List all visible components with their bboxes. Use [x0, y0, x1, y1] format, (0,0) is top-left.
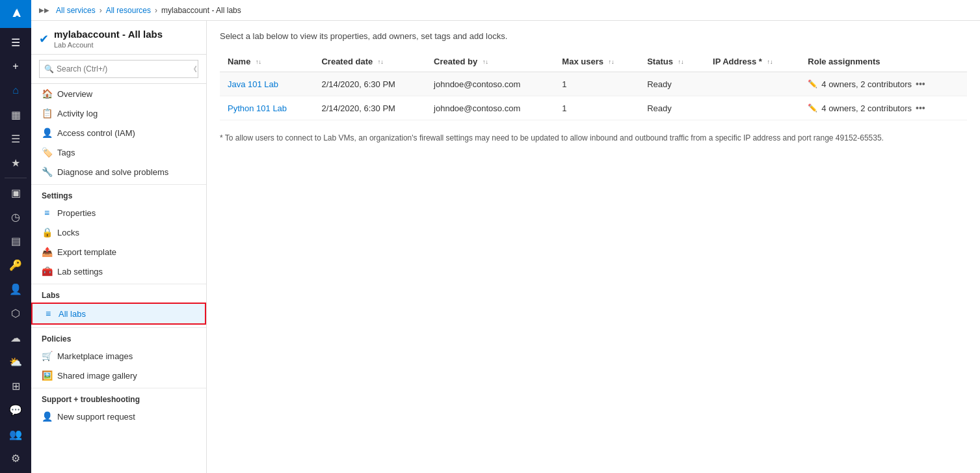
table-icon[interactable]: ⊞ [0, 374, 31, 398]
sidebar-item-export-template[interactable]: 📤 Export template [31, 242, 206, 262]
sidebar-item-access-control[interactable]: 👤 Access control (IAM) [31, 123, 206, 142]
add-icon[interactable]: + [0, 55, 31, 79]
sidebar-item-locks[interactable]: 🔒 Locks [31, 223, 206, 242]
lab-name-link[interactable]: Python 101 Lab [228, 103, 287, 113]
sidebar-toggle-icon[interactable]: ☰ [0, 31, 31, 55]
cell-status: Ready [639, 72, 705, 96]
sidebar-title: mylabaccount - All labs [54, 29, 163, 40]
sidebar-item-marketplace-images-label: Marketplace images [57, 351, 133, 361]
cloud-icon[interactable]: ☁ [0, 326, 31, 350]
col-status[interactable]: Status ↑↓ [639, 51, 705, 72]
sidebar-item-all-labs-label: All labs [59, 309, 86, 319]
breadcrumb-all-resources[interactable]: All resources [106, 6, 151, 15]
col-created-date[interactable]: Created date ↑↓ [313, 51, 426, 72]
table-row: Python 101 Lab 2/14/2020, 6:30 PM johndo… [220, 96, 967, 120]
policies-section-label: Policies [31, 327, 206, 346]
cell-max-users: 1 [554, 96, 639, 120]
puzzle-icon[interactable]: ⬡ [0, 301, 31, 325]
cell-role-assignments: ✏️ 4 owners, 2 contributors ••• [800, 72, 967, 96]
sidebar-item-locks-label: Locks [57, 228, 79, 237]
sidebar-item-shared-image-gallery-label: Shared image gallery [57, 371, 137, 381]
col-max-users[interactable]: Max users ↑↓ [554, 51, 639, 72]
table-row: Java 101 Lab 2/14/2020, 6:30 PM johndoe@… [220, 72, 967, 96]
overview-icon: 🏠 [42, 88, 52, 99]
user2-icon[interactable]: 👥 [0, 422, 31, 446]
azure-logo [0, 0, 31, 28]
access-control-icon: 👤 [42, 128, 52, 138]
dashboard-icon[interactable]: ▦ [0, 103, 31, 127]
search-icon: 🔍 [44, 64, 54, 74]
person-icon[interactable]: 👤 [0, 277, 31, 301]
role-assignments-value: 4 owners, 2 contributors [821, 79, 912, 89]
sidebar-item-marketplace-images[interactable]: 🛒 Marketplace images [31, 346, 206, 366]
edit-role-icon[interactable]: ✏️ [808, 103, 817, 113]
max-users-sort-icon[interactable]: ↑↓ [609, 59, 615, 65]
more-options-icon[interactable]: ••• [916, 79, 925, 89]
created-by-sort-icon[interactable]: ↑↓ [483, 59, 488, 65]
cell-created-date: 2/14/2020, 6:30 PM [313, 72, 426, 96]
edit-role-icon[interactable]: ✏️ [808, 79, 817, 88]
cell-ip-address [705, 72, 800, 96]
cell-role-assignments: ✏️ 4 owners, 2 contributors ••• [800, 96, 967, 120]
sidebar-item-tags[interactable]: 🏷️ Tags [31, 142, 206, 162]
sidebar-item-export-template-label: Export template [57, 247, 116, 257]
clock-icon[interactable]: ◷ [0, 205, 31, 229]
sidebar-nav: 🏠 Overview 📋 Activity log 👤 Access contr… [31, 84, 206, 473]
cell-created-date: 2/14/2020, 6:30 PM [313, 96, 426, 120]
ip-sort-icon[interactable]: ↑↓ [767, 59, 773, 65]
main-content: Select a lab below to view its propertie… [207, 21, 980, 473]
col-role-assignments: Role assignments [800, 51, 967, 72]
breadcrumb-all-services[interactable]: All services [56, 6, 96, 15]
all-labs-icon: ≡ [43, 308, 53, 319]
sidebar-item-all-labs[interactable]: ≡ All labs [31, 303, 206, 325]
new-support-icon: 👤 [42, 411, 52, 422]
footnote: * To allow users to connect to Lab VMs, … [220, 133, 967, 142]
sidebar-item-new-support-label: New support request [57, 412, 135, 422]
key-icon[interactable]: 🔑 [0, 253, 31, 277]
col-name[interactable]: Name ↑↓ [220, 51, 313, 72]
sidebar-item-access-control-label: Access control (IAM) [57, 128, 135, 138]
lab-account-icon: ✔ [39, 32, 49, 46]
sidebar-item-new-support[interactable]: 👤 New support request [31, 407, 206, 426]
status-sort-icon[interactable]: ↑↓ [678, 59, 684, 65]
sidebar-collapse-button[interactable]: 《 [190, 64, 197, 74]
name-sort-icon[interactable]: ↑↓ [256, 59, 261, 65]
search-input[interactable] [39, 60, 198, 78]
sidebar-item-activity-log[interactable]: 📋 Activity log [31, 103, 206, 123]
export-template-icon: 📤 [42, 247, 52, 257]
role-assignments-value: 4 owners, 2 contributors [821, 103, 912, 113]
cell-created-by: johndoe@contoso.com [426, 72, 554, 96]
lab-name-link[interactable]: Java 101 Lab [228, 79, 278, 89]
marketplace-images-icon: 🛒 [42, 351, 52, 361]
created-date-sort-icon[interactable]: ↑↓ [378, 59, 384, 65]
settings-section-label: Settings [31, 184, 206, 203]
cloud2-icon[interactable]: ⛅ [0, 350, 31, 374]
sidebar-item-activity-log-label: Activity log [57, 109, 98, 118]
support-section-label: Support + troubleshooting [31, 388, 206, 407]
activity-log-icon: 📋 [42, 108, 52, 118]
more-options-icon[interactable]: ••• [916, 103, 925, 113]
monitor-icon[interactable]: ▤ [0, 229, 31, 253]
tags-icon: 🏷️ [42, 147, 52, 157]
breadcrumb: ▶▶ All services › All resources › mylaba… [31, 0, 980, 21]
sidebar-item-diagnose[interactable]: 🔧 Diagnose and solve problems [31, 162, 206, 182]
home-icon[interactable]: ⌂ [0, 79, 31, 103]
chat-icon[interactable]: 💬 [0, 398, 31, 422]
breadcrumb-current: mylabaccount - All labs [161, 6, 241, 15]
sidebar-search-container: 🔍 《 [31, 55, 206, 84]
favorites-icon[interactable]: ★ [0, 151, 31, 175]
collapse-arrow[interactable]: ▶▶ [39, 7, 49, 14]
locks-icon: 🔒 [42, 227, 52, 237]
sidebar-item-overview[interactable]: 🏠 Overview [31, 84, 206, 103]
sidebar-item-shared-image-gallery[interactable]: 🖼️ Shared image gallery [31, 366, 206, 385]
sidebar-item-properties[interactable]: ≡ Properties [31, 203, 206, 223]
sidebar-item-lab-settings[interactable]: 🧰 Lab settings [31, 262, 206, 281]
resources-icon[interactable]: ▣ [0, 181, 31, 205]
col-ip-address[interactable]: IP Address * ↑↓ [705, 51, 800, 72]
cell-name: Java 101 Lab [220, 72, 313, 96]
cell-name: Python 101 Lab [220, 96, 313, 120]
col-created-by[interactable]: Created by ↑↓ [426, 51, 554, 72]
sidebar: ✔ mylabaccount - All labs Lab Account 🔍 … [31, 21, 207, 473]
settings-icon[interactable]: ⚙ [0, 446, 31, 470]
menu-icon[interactable]: ☰ [0, 127, 31, 151]
